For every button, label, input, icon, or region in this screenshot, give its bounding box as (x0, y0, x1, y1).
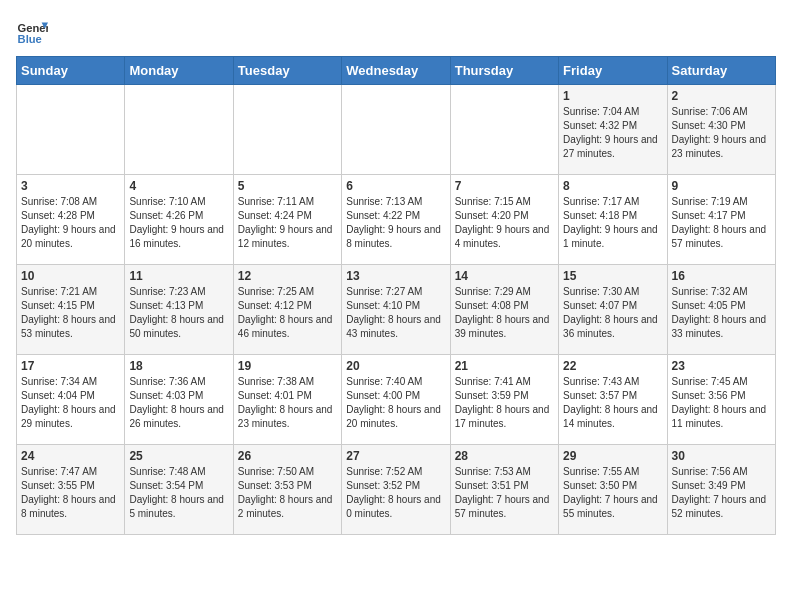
day-info: Sunrise: 7:48 AM Sunset: 3:54 PM Dayligh… (129, 465, 228, 521)
day-number: 13 (346, 269, 445, 283)
calendar-day: 8Sunrise: 7:17 AM Sunset: 4:18 PM Daylig… (559, 175, 667, 265)
day-number: 28 (455, 449, 554, 463)
weekday-header-thursday: Thursday (450, 57, 558, 85)
day-info: Sunrise: 7:53 AM Sunset: 3:51 PM Dayligh… (455, 465, 554, 521)
day-number: 30 (672, 449, 771, 463)
calendar-day: 13Sunrise: 7:27 AM Sunset: 4:10 PM Dayli… (342, 265, 450, 355)
weekday-header-monday: Monday (125, 57, 233, 85)
day-number: 5 (238, 179, 337, 193)
day-number: 2 (672, 89, 771, 103)
day-info: Sunrise: 7:29 AM Sunset: 4:08 PM Dayligh… (455, 285, 554, 341)
day-info: Sunrise: 7:15 AM Sunset: 4:20 PM Dayligh… (455, 195, 554, 251)
calendar-day: 15Sunrise: 7:30 AM Sunset: 4:07 PM Dayli… (559, 265, 667, 355)
day-info: Sunrise: 7:10 AM Sunset: 4:26 PM Dayligh… (129, 195, 228, 251)
calendar-day: 26Sunrise: 7:50 AM Sunset: 3:53 PM Dayli… (233, 445, 341, 535)
day-number: 9 (672, 179, 771, 193)
day-number: 24 (21, 449, 120, 463)
day-number: 19 (238, 359, 337, 373)
calendar-day: 9Sunrise: 7:19 AM Sunset: 4:17 PM Daylig… (667, 175, 775, 265)
calendar-day: 21Sunrise: 7:41 AM Sunset: 3:59 PM Dayli… (450, 355, 558, 445)
day-info: Sunrise: 7:08 AM Sunset: 4:28 PM Dayligh… (21, 195, 120, 251)
weekday-header-tuesday: Tuesday (233, 57, 341, 85)
day-number: 1 (563, 89, 662, 103)
day-number: 8 (563, 179, 662, 193)
day-info: Sunrise: 7:55 AM Sunset: 3:50 PM Dayligh… (563, 465, 662, 521)
weekday-header-sunday: Sunday (17, 57, 125, 85)
day-info: Sunrise: 7:04 AM Sunset: 4:32 PM Dayligh… (563, 105, 662, 161)
day-info: Sunrise: 7:30 AM Sunset: 4:07 PM Dayligh… (563, 285, 662, 341)
day-number: 29 (563, 449, 662, 463)
calendar-day: 10Sunrise: 7:21 AM Sunset: 4:15 PM Dayli… (17, 265, 125, 355)
calendar-day (17, 85, 125, 175)
calendar-day: 7Sunrise: 7:15 AM Sunset: 4:20 PM Daylig… (450, 175, 558, 265)
weekday-header-friday: Friday (559, 57, 667, 85)
calendar-week-2: 3Sunrise: 7:08 AM Sunset: 4:28 PM Daylig… (17, 175, 776, 265)
calendar-day: 27Sunrise: 7:52 AM Sunset: 3:52 PM Dayli… (342, 445, 450, 535)
day-info: Sunrise: 7:17 AM Sunset: 4:18 PM Dayligh… (563, 195, 662, 251)
calendar-week-3: 10Sunrise: 7:21 AM Sunset: 4:15 PM Dayli… (17, 265, 776, 355)
calendar-day (342, 85, 450, 175)
logo-icon: General Blue (16, 16, 48, 48)
svg-text:Blue: Blue (18, 33, 42, 45)
weekday-header-wednesday: Wednesday (342, 57, 450, 85)
day-info: Sunrise: 7:13 AM Sunset: 4:22 PM Dayligh… (346, 195, 445, 251)
calendar-day: 3Sunrise: 7:08 AM Sunset: 4:28 PM Daylig… (17, 175, 125, 265)
calendar-day: 19Sunrise: 7:38 AM Sunset: 4:01 PM Dayli… (233, 355, 341, 445)
calendar-day: 25Sunrise: 7:48 AM Sunset: 3:54 PM Dayli… (125, 445, 233, 535)
day-info: Sunrise: 7:50 AM Sunset: 3:53 PM Dayligh… (238, 465, 337, 521)
calendar-day: 20Sunrise: 7:40 AM Sunset: 4:00 PM Dayli… (342, 355, 450, 445)
day-info: Sunrise: 7:36 AM Sunset: 4:03 PM Dayligh… (129, 375, 228, 431)
calendar-day: 4Sunrise: 7:10 AM Sunset: 4:26 PM Daylig… (125, 175, 233, 265)
weekday-header-saturday: Saturday (667, 57, 775, 85)
day-number: 15 (563, 269, 662, 283)
day-info: Sunrise: 7:52 AM Sunset: 3:52 PM Dayligh… (346, 465, 445, 521)
calendar-day (450, 85, 558, 175)
calendar-day: 28Sunrise: 7:53 AM Sunset: 3:51 PM Dayli… (450, 445, 558, 535)
calendar-day: 12Sunrise: 7:25 AM Sunset: 4:12 PM Dayli… (233, 265, 341, 355)
day-info: Sunrise: 7:11 AM Sunset: 4:24 PM Dayligh… (238, 195, 337, 251)
calendar-body: 1Sunrise: 7:04 AM Sunset: 4:32 PM Daylig… (17, 85, 776, 535)
day-number: 18 (129, 359, 228, 373)
day-info: Sunrise: 7:23 AM Sunset: 4:13 PM Dayligh… (129, 285, 228, 341)
calendar-week-1: 1Sunrise: 7:04 AM Sunset: 4:32 PM Daylig… (17, 85, 776, 175)
calendar-day: 14Sunrise: 7:29 AM Sunset: 4:08 PM Dayli… (450, 265, 558, 355)
calendar-day: 29Sunrise: 7:55 AM Sunset: 3:50 PM Dayli… (559, 445, 667, 535)
calendar-day: 6Sunrise: 7:13 AM Sunset: 4:22 PM Daylig… (342, 175, 450, 265)
calendar-table: SundayMondayTuesdayWednesdayThursdayFrid… (16, 56, 776, 535)
day-number: 3 (21, 179, 120, 193)
calendar-week-4: 17Sunrise: 7:34 AM Sunset: 4:04 PM Dayli… (17, 355, 776, 445)
day-info: Sunrise: 7:34 AM Sunset: 4:04 PM Dayligh… (21, 375, 120, 431)
day-info: Sunrise: 7:38 AM Sunset: 4:01 PM Dayligh… (238, 375, 337, 431)
calendar-day (125, 85, 233, 175)
day-number: 21 (455, 359, 554, 373)
day-info: Sunrise: 7:32 AM Sunset: 4:05 PM Dayligh… (672, 285, 771, 341)
day-info: Sunrise: 7:56 AM Sunset: 3:49 PM Dayligh… (672, 465, 771, 521)
day-info: Sunrise: 7:21 AM Sunset: 4:15 PM Dayligh… (21, 285, 120, 341)
calendar-day: 11Sunrise: 7:23 AM Sunset: 4:13 PM Dayli… (125, 265, 233, 355)
day-info: Sunrise: 7:25 AM Sunset: 4:12 PM Dayligh… (238, 285, 337, 341)
day-number: 27 (346, 449, 445, 463)
day-number: 10 (21, 269, 120, 283)
logo: General Blue (16, 16, 52, 48)
calendar-day: 5Sunrise: 7:11 AM Sunset: 4:24 PM Daylig… (233, 175, 341, 265)
day-info: Sunrise: 7:06 AM Sunset: 4:30 PM Dayligh… (672, 105, 771, 161)
day-number: 16 (672, 269, 771, 283)
day-info: Sunrise: 7:19 AM Sunset: 4:17 PM Dayligh… (672, 195, 771, 251)
calendar-header: SundayMondayTuesdayWednesdayThursdayFrid… (17, 57, 776, 85)
day-info: Sunrise: 7:45 AM Sunset: 3:56 PM Dayligh… (672, 375, 771, 431)
calendar-day: 18Sunrise: 7:36 AM Sunset: 4:03 PM Dayli… (125, 355, 233, 445)
calendar-day: 24Sunrise: 7:47 AM Sunset: 3:55 PM Dayli… (17, 445, 125, 535)
calendar-week-5: 24Sunrise: 7:47 AM Sunset: 3:55 PM Dayli… (17, 445, 776, 535)
day-number: 25 (129, 449, 228, 463)
day-info: Sunrise: 7:27 AM Sunset: 4:10 PM Dayligh… (346, 285, 445, 341)
calendar-day (233, 85, 341, 175)
day-number: 11 (129, 269, 228, 283)
calendar-day: 23Sunrise: 7:45 AM Sunset: 3:56 PM Dayli… (667, 355, 775, 445)
calendar-day: 2Sunrise: 7:06 AM Sunset: 4:30 PM Daylig… (667, 85, 775, 175)
day-number: 23 (672, 359, 771, 373)
day-number: 14 (455, 269, 554, 283)
day-number: 4 (129, 179, 228, 193)
day-number: 7 (455, 179, 554, 193)
day-info: Sunrise: 7:43 AM Sunset: 3:57 PM Dayligh… (563, 375, 662, 431)
calendar-day: 17Sunrise: 7:34 AM Sunset: 4:04 PM Dayli… (17, 355, 125, 445)
